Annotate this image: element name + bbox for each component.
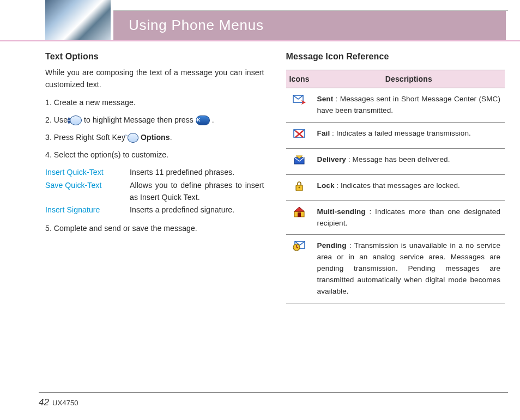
table-row: Multi-sending : Indicates more than one … [286,200,505,235]
def-term: Insert Quick-Text [45,167,130,180]
row-desc: : Messages sent in Short Message Center … [317,95,500,114]
th-descriptions: Descriptions [313,70,505,88]
step-2: 2. Use ▲▼ to highlight Message then pres… [45,114,264,126]
step-5: 5. Complete and send or save the message… [45,223,264,234]
step-1: 1. Create a new message. [45,97,264,108]
right-soft-key-icon: ⌒ [128,133,138,143]
svg-rect-10 [298,212,301,217]
fail-icon [293,128,306,139]
model-number: UX4750 [52,399,78,407]
step-2-text-b: to highlight Message then press [84,115,196,124]
table-row: Pending : Transmission is unavailable in… [286,235,505,303]
pending-icon [293,240,306,251]
left-column: Text Options While you are composing the… [45,52,264,303]
table-row: Fail : Indicates a failed message transm… [286,122,505,148]
def-desc: Inserts a predefined signature. [130,204,264,217]
step-3-text-a: 3. Press Right Soft Key [45,133,128,142]
table-row: Lock : Indicates that messages are locke… [286,174,505,200]
footer: 42 UX4750 [39,392,508,408]
text-options-heading: Text Options [45,52,264,62]
row-label: Lock [317,181,335,190]
content-area: Text Options While you are composing the… [45,52,505,303]
row-desc: : Indicates a failed message transmissio… [330,129,471,137]
steps-list-continued: 5. Complete and send or save the message… [45,223,264,234]
row-label: Pending [317,241,347,249]
ok-key-icon: OK [196,115,210,125]
text-options-intro: While you are composing the text of a me… [45,67,264,90]
th-icons: Icons [286,70,313,88]
row-label: Sent [317,95,334,103]
def-row: Save Quick-Text Allows you to define phr… [45,180,264,204]
step-3-options-label: Options [141,133,170,142]
header-photo [45,0,111,40]
steps-list: 1. Create a new message. 2. Use ▲▼ to hi… [45,97,264,161]
row-desc: : Indicates that messages are locked. [335,181,460,190]
sent-icon [293,94,306,105]
svg-point-7 [299,186,300,188]
def-desc: Inserts 11 predefined phrases. [130,167,264,180]
delivery-icon [293,154,306,165]
row-desc: : Message has been delivered. [346,155,450,163]
header-underline [0,40,520,41]
step-3-text-b: . [170,133,172,142]
step-3: 3. Press Right Soft Key ⌒ Options. [45,132,264,143]
page-number: 42 [39,397,49,408]
right-column: Message Icon Reference Icons Description… [286,52,505,303]
step-4: 4. Select the option(s) to customize. [45,149,264,161]
step-2-text-c: . [212,115,214,124]
def-term: Save Quick-Text [45,180,130,204]
def-term: Insert Signature [45,204,130,217]
icon-reference-heading: Message Icon Reference [286,52,505,62]
table-row: Sent : Messages sent in Short Message Ce… [286,88,505,123]
icon-reference-table: Icons Descriptions Sent : Messages sent … [286,70,505,303]
row-label: Multi-sending [317,208,366,216]
nav-updown-icon: ▲▼ [70,115,82,125]
def-row: Insert Signature Inserts a predefined si… [45,204,264,217]
def-desc: Allows you to define phrases to insert a… [130,180,264,204]
def-row: Insert Quick-Text Inserts 11 predefined … [45,167,264,180]
page-title: Using Phone Menus [113,11,506,40]
lock-icon [293,180,306,191]
row-label: Fail [317,129,330,137]
quick-text-definitions: Insert Quick-Text Inserts 11 predefined … [45,167,264,217]
row-label: Delivery [317,155,346,163]
table-row: Delivery : Message has been delivered. [286,148,505,174]
multi-sending-icon [293,206,306,217]
svg-marker-9 [294,207,304,211]
svg-line-14 [297,247,298,248]
